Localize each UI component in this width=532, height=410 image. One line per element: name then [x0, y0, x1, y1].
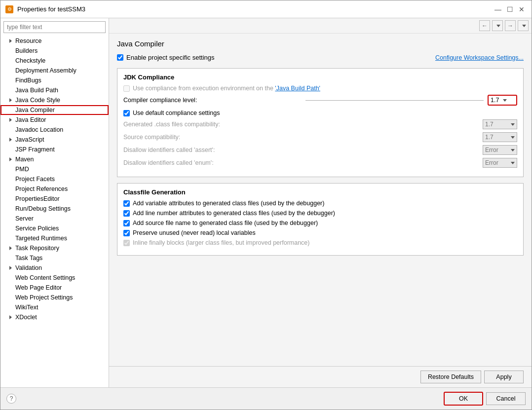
disallow-assert-dropdown[interactable]: Error: [483, 145, 517, 155]
right-toolbar: ← →: [109, 18, 532, 34]
spacer-icon: [7, 68, 13, 74]
sidebar-item-label: Checkstyle: [15, 57, 45, 64]
add-source-file-row: Add source file name to generated class …: [123, 220, 517, 226]
sidebar-item-label: Maven: [15, 156, 34, 163]
sidebar-item-checkstyle[interactable]: Checkstyle: [0, 56, 109, 66]
compliance-level-row: Compiler compliance level: 1.7: [123, 95, 517, 106]
use-env-checkbox[interactable]: [123, 85, 130, 92]
sidebar-item-builders[interactable]: Builders: [0, 46, 109, 56]
sidebar-item-project-references[interactable]: Project References: [0, 184, 109, 194]
sidebar-item-xdoclet[interactable]: XDoclet: [0, 312, 109, 322]
close-button[interactable]: ✕: [517, 4, 527, 14]
disallow-enum-dropdown[interactable]: Error: [483, 158, 517, 168]
spacer-icon: [7, 275, 13, 281]
source-compat-value: 1.7: [485, 134, 494, 141]
forward-button[interactable]: →: [505, 20, 516, 31]
sidebar-item-label: JavaScript: [15, 136, 44, 143]
forward-dropdown-button[interactable]: [518, 20, 529, 31]
disallow-assert-chevron-icon: [511, 149, 515, 151]
add-line-number-checkbox[interactable]: [123, 210, 130, 217]
sidebar-item-java-code-style[interactable]: Java Code Style: [0, 95, 109, 105]
spacer-icon: [7, 87, 13, 93]
sidebar-item-task-tags[interactable]: Task Tags: [0, 253, 109, 263]
java-build-path-link[interactable]: 'Java Build Path': [275, 85, 320, 92]
generated-class-row: Generated .class files compatibility: 1.…: [123, 119, 517, 129]
compliance-level-label: Compiler compliance level:: [123, 97, 302, 104]
add-source-file-label: Add source file name to generated class …: [133, 220, 318, 226]
chevron-right-icon: [7, 156, 13, 162]
filter-input[interactable]: [3, 21, 106, 33]
inline-finally-checkbox[interactable]: [123, 240, 130, 246]
generated-class-chevron-icon: [511, 123, 515, 126]
add-variable-label: Add variable attributes to generated cla…: [133, 200, 324, 207]
disallow-assert-value: Error: [485, 147, 498, 153]
generated-class-value: 1.7: [485, 121, 494, 128]
apply-button[interactable]: Apply: [484, 371, 524, 383]
add-variable-checkbox[interactable]: [123, 200, 130, 207]
disallow-assert-row: Disallow identifiers called 'assert': Er…: [123, 145, 517, 155]
sidebar-item-javascript[interactable]: JavaScript: [0, 135, 109, 145]
minimize-button[interactable]: —: [493, 4, 503, 14]
compliance-value-dropdown[interactable]: 1.7: [488, 95, 517, 106]
sidebar-item-jsp-fragment[interactable]: JSP Fragment: [0, 145, 109, 154]
sidebar-item-java-editor[interactable]: Java Editor: [0, 115, 109, 125]
sidebar-item-resource[interactable]: Resource: [0, 36, 109, 46]
sidebar-item-maven[interactable]: Maven: [0, 154, 109, 164]
sidebar-item-wikitext[interactable]: WikiText: [0, 302, 109, 312]
ok-button[interactable]: OK: [444, 392, 483, 406]
spacer-icon: [7, 196, 13, 202]
sidebar-item-service-policies[interactable]: Service Policies: [0, 224, 109, 233]
sidebar-item-java-build-path[interactable]: Java Build Path: [0, 85, 109, 95]
sidebar-item-label: Builders: [15, 47, 38, 54]
dialog-footer: ? OK Cancel: [0, 387, 532, 410]
preserve-unused-checkbox[interactable]: [123, 230, 130, 236]
sidebar-item-label: FindBugs: [15, 77, 41, 84]
maximize-button[interactable]: ☐: [505, 4, 515, 14]
sidebar-item-label: Java Code Style: [15, 97, 60, 104]
generated-class-dropdown[interactable]: 1.7: [483, 119, 517, 129]
sidebar-item-label: Task Tags: [15, 255, 42, 261]
sidebar-item-web-page-editor[interactable]: Web Page Editor: [0, 283, 109, 293]
right-content: Java Compiler Enable project specific se…: [109, 34, 532, 366]
sidebar-item-run-debug[interactable]: Run/Debug Settings: [0, 204, 109, 214]
sidebar-item-task-repository[interactable]: Task Repository: [0, 243, 109, 253]
chevron-right-icon: [7, 245, 13, 251]
tree-container: Resource Builders Checkstyle Deployment …: [0, 36, 109, 387]
restore-defaults-button[interactable]: Restore Defaults: [420, 371, 481, 383]
source-compat-dropdown[interactable]: 1.7: [483, 132, 517, 142]
sidebar-item-properties-editor[interactable]: PropertiesEditor: [0, 194, 109, 204]
generated-class-label: Generated .class files compatibility:: [123, 121, 483, 128]
back-button[interactable]: ←: [479, 20, 490, 31]
sidebar-item-javadoc-location[interactable]: Javadoc Location: [0, 125, 109, 135]
sidebar-item-server[interactable]: Server: [0, 214, 109, 224]
sidebar-item-label: Project Facets: [15, 176, 55, 183]
sidebar-item-project-facets[interactable]: Project Facets: [0, 174, 109, 184]
sidebar-item-pmd[interactable]: PMD: [0, 164, 109, 174]
sidebar-item-targeted-runtimes[interactable]: Targeted Runtimes: [0, 233, 109, 243]
enable-project-settings-checkbox[interactable]: [117, 54, 123, 61]
sidebar-item-label: Java Compiler: [15, 107, 55, 113]
classfile-generation-group: Classfile Generation Add variable attrib…: [117, 183, 524, 256]
configure-workspace-link[interactable]: Configure Workspace Settings...: [435, 54, 524, 61]
window-controls: — ☐ ✕: [493, 4, 527, 14]
spacer-icon: [7, 235, 13, 241]
help-button[interactable]: ?: [6, 394, 16, 404]
preserve-unused-label: Preserve unused (never read) local varia…: [133, 229, 256, 236]
cancel-button[interactable]: Cancel: [486, 392, 526, 405]
sidebar-item-label: Web Content Settings: [15, 274, 75, 281]
dialog-title: Properties for testSSM3: [17, 5, 493, 13]
sidebar-item-java-compiler[interactable]: Java Compiler: [0, 105, 109, 115]
sidebar-item-web-content-settings[interactable]: Web Content Settings: [0, 273, 109, 283]
sidebar-item-label: JSP Fragment: [15, 146, 55, 153]
sidebar-item-deployment-assembly[interactable]: Deployment Assembly: [0, 66, 109, 75]
sidebar-item-label: WikiText: [15, 304, 38, 311]
add-source-file-checkbox[interactable]: [123, 220, 130, 226]
spacer-icon: [7, 107, 13, 113]
source-compat-chevron-icon: [511, 136, 515, 139]
sidebar-item-findbugs[interactable]: FindBugs: [0, 75, 109, 85]
sidebar-item-validation[interactable]: Validation: [0, 263, 109, 273]
use-default-checkbox[interactable]: [123, 110, 130, 116]
back-dropdown-button[interactable]: [492, 20, 503, 31]
sidebar-item-web-project-settings[interactable]: Web Project Settings: [0, 293, 109, 302]
add-line-number-label: Add line number attributes to generated …: [133, 210, 335, 217]
